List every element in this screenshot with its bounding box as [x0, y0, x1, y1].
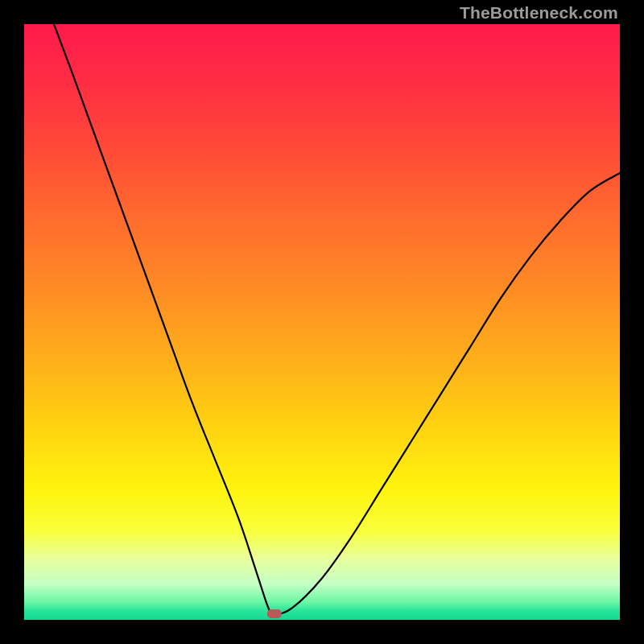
watermark-text: TheBottleneck.com [460, 3, 618, 23]
optimal-marker [267, 609, 282, 618]
chart-frame: TheBottleneck.com [0, 0, 644, 644]
curve-layer [24, 24, 620, 620]
bottleneck-curve [54, 24, 620, 614]
plot-area [24, 24, 620, 620]
